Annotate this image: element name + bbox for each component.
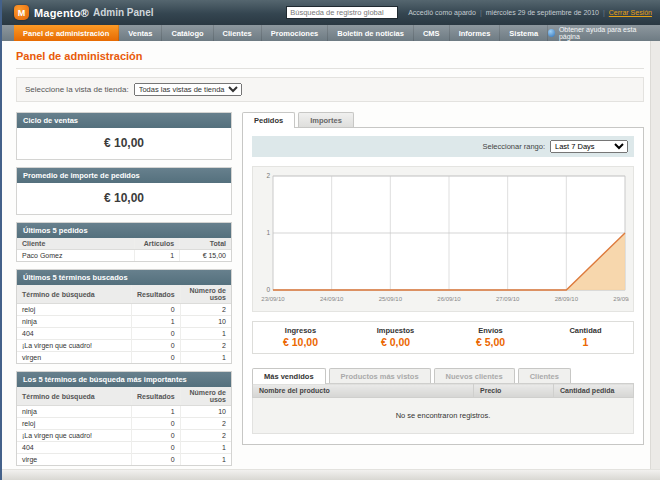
tab-orders[interactable]: Pedidos	[242, 112, 295, 128]
svg-text:26/09/10: 26/09/10	[437, 296, 461, 302]
last-orders-title: Últimos 5 pedidos	[17, 223, 231, 238]
top-search-terms-title: Los 5 términos de búsqueda más important…	[17, 372, 231, 387]
column-header: Precio	[473, 384, 553, 398]
nav-item-reports[interactable]: Informes	[450, 25, 501, 41]
stat-label: Cantidad	[538, 326, 633, 335]
average-orders-title: Promedio de importe de pedidos	[17, 168, 231, 183]
window-gutter-right	[650, 41, 660, 469]
current-date: miércoles 29 de septiembre de 2010	[486, 9, 599, 16]
svg-text:27/09/10: 27/09/10	[496, 296, 520, 302]
stat-label: Impuestos	[348, 326, 443, 335]
nav-item-sales[interactable]: Ventas	[119, 25, 162, 41]
content-area: Panel de administración Seleccione la vi…	[0, 41, 660, 473]
svg-text:23/09/10: 23/09/10	[261, 296, 285, 302]
orders-chart: 01223/09/1024/09/1025/09/1026/09/1027/09…	[252, 166, 634, 312]
stat-quantity: Cantidad 1	[538, 326, 633, 348]
average-orders-value: € 10,00	[17, 183, 231, 214]
tab-bestsellers[interactable]: Más vendidos	[252, 368, 326, 384]
column-header: Resultados	[132, 387, 181, 406]
session-info: Accedió como apardo | miércoles 29 de se…	[408, 9, 652, 16]
svg-text:1: 1	[266, 229, 270, 236]
chart-tabs: Pedidos Importes	[242, 112, 644, 127]
empty-row: No se encontraron registros.	[253, 398, 634, 434]
svg-text:28/09/10: 28/09/10	[555, 296, 579, 302]
help-globe-icon	[548, 29, 555, 37]
page-help-link[interactable]: Obtener ayuda para esta página	[548, 25, 660, 41]
last-search-terms-table: Término de búsqueda Resultados Número de…	[17, 285, 231, 363]
nav-item-customers[interactable]: Clientes	[214, 25, 262, 41]
stat-tax: Impuestos € 0,00	[348, 326, 443, 348]
top-search-terms-box: Los 5 términos de búsqueda más important…	[16, 371, 232, 466]
table-row: reloj02	[17, 418, 231, 430]
nav-item-promotions[interactable]: Promociones	[262, 25, 329, 41]
nav-item-newsletter[interactable]: Boletín de noticias	[328, 25, 414, 41]
table-row: virge01	[17, 454, 231, 466]
average-orders-box: Promedio de importe de pedidos € 10,00	[16, 167, 232, 215]
lifetime-sales-value: € 10,00	[17, 128, 231, 159]
store-view-select[interactable]: Todas las vistas de tienda	[134, 83, 242, 96]
last-orders-table: Cliente Artículos Total Paco Gomez1€ 15,…	[17, 238, 231, 261]
range-select[interactable]: Last 7 Days	[550, 140, 628, 153]
nav-item-catalog[interactable]: Catálogo	[162, 25, 213, 41]
top-bar: M Magento® Admin Panel Accedió como apar…	[0, 0, 660, 25]
column-header: Término de búsqueda	[17, 387, 132, 406]
range-bar: Seleccionar rango: Last 7 Days	[252, 136, 634, 157]
stat-label: Envíos	[443, 326, 538, 335]
column-header: Artículos	[135, 238, 180, 250]
lifetime-sales-title: Ciclo de ventas	[17, 113, 231, 128]
main-nav: Panel de administración Ventas Catálogo …	[0, 25, 660, 41]
nav-item-system[interactable]: Sistema	[500, 25, 548, 41]
empty-message: No se encontraron registros.	[253, 398, 634, 434]
column-header: Cantidad pedida	[553, 384, 633, 398]
left-column: Ciclo de ventas € 10,00 Promedio de impo…	[16, 112, 232, 473]
last-search-terms-box: Últimos 5 términos buscados Término de b…	[16, 269, 232, 364]
column-header: Número de usos	[180, 285, 231, 304]
table-row: reloj02	[17, 304, 231, 316]
lifetime-sales-box: Ciclo de ventas € 10,00	[16, 112, 232, 160]
brand-name: Magento®	[34, 7, 89, 19]
svg-text:29/09/10: 29/09/10	[613, 296, 629, 302]
nav-item-cms[interactable]: CMS	[414, 25, 450, 41]
column-header: Término de búsqueda	[17, 285, 132, 304]
svg-text:2: 2	[266, 172, 270, 179]
tab-customers[interactable]: Clientes	[518, 368, 571, 383]
global-search-input[interactable]	[286, 6, 398, 19]
magento-logo-icon: M	[14, 5, 29, 20]
table-row: Paco Gomez1€ 15,00	[17, 250, 231, 262]
column-header: Total	[180, 238, 231, 250]
stat-revenue: Ingresos € 10,00	[253, 326, 348, 348]
tab-most-viewed[interactable]: Productos más vistos	[329, 368, 431, 383]
store-view-label: Seleccione la vista de tienda:	[25, 85, 129, 94]
separator: |	[603, 9, 605, 16]
tab-new-customers[interactable]: Nuevos clientes	[434, 368, 515, 383]
column-header: Número de usos	[180, 387, 231, 406]
top-search-terms-table: Término de búsqueda Resultados Número de…	[17, 387, 231, 465]
dashboard-panel: Seleccionar rango: Last 7 Days 01223/09/…	[242, 127, 644, 445]
column-header: Nombre del producto	[253, 384, 474, 398]
title-divider	[16, 68, 644, 69]
logout-link[interactable]: Cerrar Sesión	[609, 9, 652, 16]
table-row: 40401	[17, 442, 231, 454]
stat-value: 1	[538, 336, 633, 348]
window-footer-strip	[0, 469, 660, 480]
last-orders-box: Últimos 5 pedidos Cliente Artículos Tota…	[16, 222, 232, 262]
tab-amounts[interactable]: Importes	[298, 112, 354, 127]
page-title: Panel de administración	[16, 50, 644, 62]
nav-item-dashboard[interactable]: Panel de administración	[14, 25, 119, 41]
stat-shipping: Envíos € 5,00	[443, 326, 538, 348]
store-view-bar: Seleccione la vista de tienda: Todas las…	[16, 77, 644, 102]
orders-chart-svg: 01223/09/1024/09/1025/09/1026/09/1027/09…	[257, 170, 629, 310]
grid-tabs: Más vendidos Productos más vistos Nuevos…	[252, 368, 634, 383]
stat-value: € 0,00	[348, 336, 443, 348]
separator: |	[480, 9, 482, 16]
table-row: ninja110	[17, 406, 231, 418]
column-header: Cliente	[17, 238, 135, 250]
range-label: Seleccionar rango:	[482, 142, 545, 151]
last-search-terms-title: Últimos 5 términos buscados	[17, 270, 231, 285]
table-row: ¡La virgen que cuadro!02	[17, 430, 231, 442]
totals-bar: Ingresos € 10,00 Impuestos € 0,00 Envíos…	[252, 321, 634, 354]
svg-text:25/09/10: 25/09/10	[379, 296, 403, 302]
svg-text:0: 0	[266, 286, 270, 293]
column-header: Resultados	[132, 285, 181, 304]
window-edge-left	[0, 0, 2, 480]
